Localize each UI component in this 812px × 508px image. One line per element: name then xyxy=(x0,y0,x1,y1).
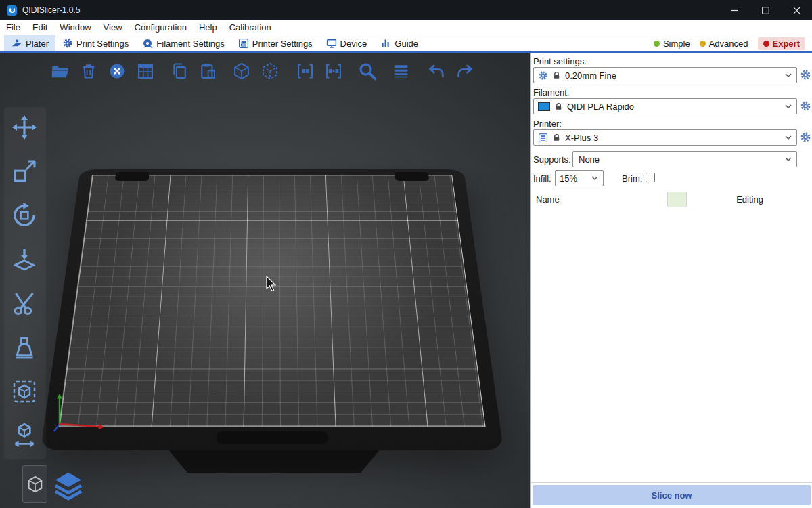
tab-filament-settings[interactable]: Filament Settings xyxy=(135,35,231,51)
mode-label: Simple xyxy=(663,39,690,49)
close-button[interactable] xyxy=(781,0,812,20)
place-on-face-icon xyxy=(11,246,38,273)
mode-expert[interactable]: Expert xyxy=(758,37,805,50)
copy-icon xyxy=(170,62,189,81)
cut-tool-button[interactable] xyxy=(9,289,39,318)
tab-label: Filament Settings xyxy=(156,39,224,49)
print-settings-icon xyxy=(62,38,73,49)
search-icon xyxy=(357,61,378,81)
bed-clip xyxy=(394,172,429,181)
arrange-button[interactable] xyxy=(134,60,157,83)
close-icon xyxy=(793,7,800,14)
filament-settings-icon xyxy=(142,38,153,49)
supports-value: None xyxy=(577,154,781,165)
editor-view-button[interactable] xyxy=(22,465,47,503)
rotate-tool-button[interactable] xyxy=(9,200,39,230)
minimize-button[interactable] xyxy=(719,0,750,20)
menu-configuration[interactable]: Configuration xyxy=(129,20,193,35)
tab-printer-settings[interactable]: Printer Settings xyxy=(231,35,319,51)
arrange-icon xyxy=(136,62,155,81)
scale-tool-button[interactable] xyxy=(9,156,39,186)
move-tool-button[interactable] xyxy=(9,112,39,142)
print-bed-grid xyxy=(58,175,485,427)
split-objects-button[interactable] xyxy=(230,60,253,83)
tab-guide[interactable]: Guide xyxy=(374,35,425,51)
tab-label: Print Settings xyxy=(76,39,129,49)
redo-button[interactable] xyxy=(453,60,476,83)
maximize-button[interactable] xyxy=(750,0,781,20)
tab-print-settings[interactable]: Print Settings xyxy=(55,35,135,51)
mode-advanced[interactable]: Advanced xyxy=(700,39,748,49)
support-paint-tool-button[interactable] xyxy=(9,333,39,362)
printer-settings-icon xyxy=(238,38,249,49)
app-logo xyxy=(7,5,17,16)
object-list-header: Name Editing xyxy=(531,192,812,207)
split-parts-button[interactable] xyxy=(258,60,281,83)
fuzzy-skin-tool-button[interactable] xyxy=(9,377,39,406)
delete-all-button[interactable] xyxy=(106,60,129,83)
menu-window[interactable]: Window xyxy=(53,20,97,35)
remove-instance-button[interactable] xyxy=(322,60,345,83)
search-button[interactable] xyxy=(356,60,379,83)
3d-viewport[interactable] xyxy=(0,53,530,508)
tab-label: Guide xyxy=(394,39,418,49)
delete-all-icon xyxy=(108,62,127,81)
place-on-face-tool-button[interactable] xyxy=(9,245,39,274)
gear-icon xyxy=(538,70,548,81)
delete-button[interactable] xyxy=(77,60,100,83)
printer-gear-button[interactable] xyxy=(800,131,812,144)
lock-icon xyxy=(552,133,561,142)
expert-mode-dot-icon xyxy=(763,41,769,47)
object-list-body[interactable] xyxy=(531,207,812,483)
tab-device[interactable]: Device xyxy=(319,35,374,51)
supports-label: Supports: xyxy=(533,154,571,165)
open-folder-icon xyxy=(51,62,70,81)
advanced-mode-dot-icon xyxy=(700,41,706,47)
copy-button[interactable] xyxy=(168,60,191,83)
cube-frame-icon xyxy=(11,378,38,405)
slice-now-button[interactable]: Slice now xyxy=(533,485,811,505)
open-button[interactable] xyxy=(49,60,72,83)
infill-select[interactable]: 15% xyxy=(555,170,604,186)
preview-view-button[interactable] xyxy=(51,469,85,503)
print-settings-value: 0.20mm Fine xyxy=(565,70,781,81)
app-window: QIDISlicer-1.0.5 File Edit Window View C… xyxy=(0,0,812,508)
plater-icon xyxy=(11,38,22,49)
paste-button[interactable] xyxy=(196,60,219,83)
tab-plater[interactable]: Plater xyxy=(4,35,55,51)
filament-gear-button[interactable] xyxy=(800,100,812,112)
menu-help[interactable]: Help xyxy=(193,20,223,35)
gear-icon xyxy=(800,69,811,81)
menu-edit[interactable]: Edit xyxy=(26,20,53,35)
bed-clip xyxy=(115,172,150,181)
lock-icon xyxy=(552,71,561,80)
menu-view[interactable]: View xyxy=(97,20,129,35)
mode-simple[interactable]: Simple xyxy=(654,39,690,49)
tab-label: Device xyxy=(340,39,367,49)
add-instance-button[interactable] xyxy=(294,60,317,83)
printer-icon xyxy=(538,133,548,143)
slice-now-label: Slice now xyxy=(652,490,692,501)
add-instance-icon xyxy=(296,62,315,81)
chevron-down-icon xyxy=(785,135,792,140)
bed-handle xyxy=(217,431,328,444)
axes-indicator-icon xyxy=(47,391,115,433)
filament-select[interactable]: QIDI PLA Rapido xyxy=(533,98,797,114)
extruder-column-header xyxy=(668,192,687,207)
measure-tool-button[interactable] xyxy=(9,420,39,450)
name-column-header: Name xyxy=(531,192,668,207)
print-settings-gear-button[interactable] xyxy=(800,69,812,81)
brim-checkbox[interactable] xyxy=(646,173,655,182)
gear-icon xyxy=(800,100,811,112)
undo-button[interactable] xyxy=(425,60,448,83)
minimize-icon xyxy=(731,7,738,14)
menu-calibration[interactable]: Calibration xyxy=(223,20,277,35)
menu-file[interactable]: File xyxy=(0,20,26,35)
printer-select[interactable]: X-Plus 3 xyxy=(533,129,797,146)
variable-layer-height-button[interactable] xyxy=(390,60,413,83)
scissors-icon xyxy=(11,290,38,317)
print-settings-select[interactable]: 0.20mm Fine xyxy=(533,67,797,83)
infill-label: Infill: xyxy=(533,173,551,184)
supports-select[interactable]: None xyxy=(572,151,797,167)
printer-label: Printer: xyxy=(533,119,562,129)
